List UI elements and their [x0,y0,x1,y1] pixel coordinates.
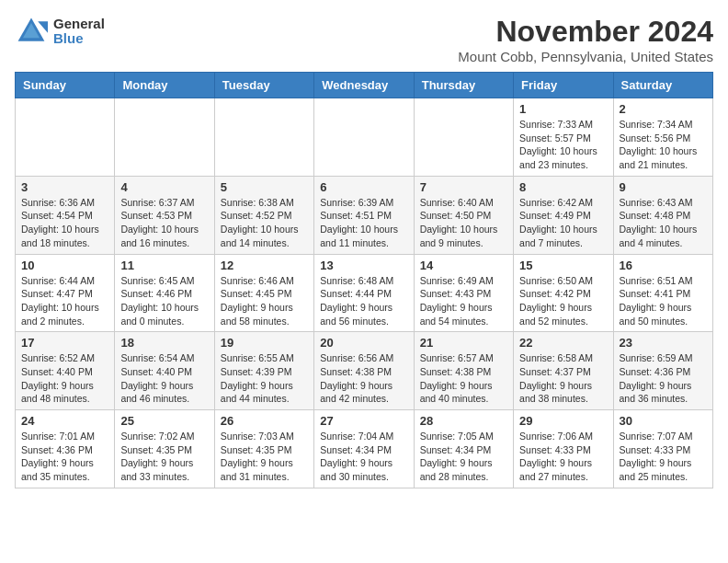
page-header: General Blue November 2024 Mount Cobb, P… [15,15,713,64]
day-number: 11 [120,259,208,272]
calendar-cell [115,98,214,177]
day-info: Sunrise: 7:02 AM Sunset: 4:35 PM Dayligh… [120,430,208,484]
logo: General Blue [15,15,105,48]
calendar-cell: 19Sunrise: 6:55 AM Sunset: 4:39 PM Dayli… [214,332,313,410]
calendar-week-4: 24Sunrise: 7:01 AM Sunset: 4:36 PM Dayli… [16,410,713,488]
day-number: 13 [320,259,407,272]
day-number: 22 [519,336,607,350]
day-info: Sunrise: 7:04 AM Sunset: 4:34 PM Dayligh… [320,430,407,484]
day-number: 9 [620,180,707,194]
calendar-cell: 25Sunrise: 7:02 AM Sunset: 4:35 PM Dayli… [115,410,214,488]
day-number: 14 [420,259,507,272]
day-number: 28 [420,414,507,428]
calendar-cell: 23Sunrise: 6:59 AM Sunset: 4:36 PM Dayli… [613,332,712,410]
calendar-cell: 28Sunrise: 7:05 AM Sunset: 4:34 PM Dayli… [414,410,513,488]
calendar-cell [314,98,414,177]
day-info: Sunrise: 6:38 AM Sunset: 4:52 PM Dayligh… [221,196,308,250]
day-info: Sunrise: 6:48 AM Sunset: 4:44 PM Dayligh… [320,274,407,328]
calendar: SundayMondayTuesdayWednesdayThursdayFrid… [15,72,713,488]
day-number: 20 [320,336,407,350]
day-info: Sunrise: 6:40 AM Sunset: 4:50 PM Dayligh… [420,196,507,250]
day-info: Sunrise: 6:57 AM Sunset: 4:38 PM Dayligh… [420,351,507,406]
calendar-cell: 11Sunrise: 6:45 AM Sunset: 4:46 PM Dayli… [115,254,214,332]
day-number: 7 [420,180,507,194]
calendar-body: 1Sunrise: 7:33 AM Sunset: 5:57 PM Daylig… [16,98,713,488]
calendar-cell: 10Sunrise: 6:44 AM Sunset: 4:47 PM Dayli… [16,254,115,332]
weekday-header-saturday: Saturday [613,73,712,98]
day-number: 15 [519,259,607,272]
day-number: 5 [221,180,308,194]
day-info: Sunrise: 7:05 AM Sunset: 4:34 PM Dayligh… [420,430,507,484]
day-info: Sunrise: 7:03 AM Sunset: 4:35 PM Dayligh… [221,430,308,484]
weekday-header-wednesday: Wednesday [314,73,414,98]
calendar-cell: 22Sunrise: 6:58 AM Sunset: 4:37 PM Dayli… [514,332,613,410]
day-number: 18 [120,336,208,350]
calendar-cell: 5Sunrise: 6:38 AM Sunset: 4:52 PM Daylig… [214,176,313,254]
day-info: Sunrise: 6:56 AM Sunset: 4:38 PM Dayligh… [320,351,407,406]
weekday-header-tuesday: Tuesday [214,73,313,98]
day-info: Sunrise: 6:37 AM Sunset: 4:53 PM Dayligh… [120,196,208,250]
day-info: Sunrise: 6:54 AM Sunset: 4:40 PM Dayligh… [120,351,208,406]
day-number: 27 [320,414,407,428]
calendar-header: SundayMondayTuesdayWednesdayThursdayFrid… [16,73,713,98]
calendar-week-2: 10Sunrise: 6:44 AM Sunset: 4:47 PM Dayli… [16,254,713,332]
calendar-cell [214,98,313,177]
calendar-cell: 26Sunrise: 7:03 AM Sunset: 4:35 PM Dayli… [214,410,313,488]
day-number: 10 [21,259,108,272]
calendar-cell: 6Sunrise: 6:39 AM Sunset: 4:51 PM Daylig… [314,176,414,254]
day-number: 4 [120,180,208,194]
day-info: Sunrise: 6:52 AM Sunset: 4:40 PM Dayligh… [21,351,108,406]
calendar-cell: 2Sunrise: 7:34 AM Sunset: 5:56 PM Daylig… [613,98,712,177]
day-info: Sunrise: 6:49 AM Sunset: 4:43 PM Dayligh… [420,274,507,328]
logo-general: General [53,17,105,32]
calendar-cell: 20Sunrise: 6:56 AM Sunset: 4:38 PM Dayli… [314,332,414,410]
day-info: Sunrise: 6:51 AM Sunset: 4:41 PM Dayligh… [620,274,707,328]
day-info: Sunrise: 7:01 AM Sunset: 4:36 PM Dayligh… [21,430,108,484]
day-number: 17 [21,336,108,350]
day-number: 1 [519,102,607,116]
title-area: November 2024 Mount Cobb, Pennsylvania, … [458,15,713,64]
calendar-week-1: 3Sunrise: 6:36 AM Sunset: 4:54 PM Daylig… [16,176,713,254]
calendar-cell: 21Sunrise: 6:57 AM Sunset: 4:38 PM Dayli… [414,332,513,410]
day-info: Sunrise: 6:58 AM Sunset: 4:37 PM Dayligh… [519,351,607,406]
day-number: 2 [620,102,707,116]
day-number: 25 [120,414,208,428]
location: Mount Cobb, Pennsylvania, United States [458,49,713,64]
day-info: Sunrise: 7:33 AM Sunset: 5:57 PM Dayligh… [519,118,607,172]
weekday-header-friday: Friday [514,73,613,98]
day-info: Sunrise: 6:59 AM Sunset: 4:36 PM Dayligh… [620,351,707,406]
calendar-cell: 15Sunrise: 6:50 AM Sunset: 4:42 PM Dayli… [514,254,613,332]
day-number: 3 [21,180,108,194]
calendar-cell: 4Sunrise: 6:37 AM Sunset: 4:53 PM Daylig… [115,176,214,254]
calendar-cell: 17Sunrise: 6:52 AM Sunset: 4:40 PM Dayli… [16,332,115,410]
day-info: Sunrise: 6:46 AM Sunset: 4:45 PM Dayligh… [221,274,308,328]
day-number: 24 [21,414,108,428]
logo-blue: Blue [53,31,105,47]
day-info: Sunrise: 6:55 AM Sunset: 4:39 PM Dayligh… [221,351,308,406]
calendar-cell: 9Sunrise: 6:43 AM Sunset: 4:48 PM Daylig… [613,176,712,254]
weekday-header-sunday: Sunday [16,73,115,98]
calendar-cell: 13Sunrise: 6:48 AM Sunset: 4:44 PM Dayli… [314,254,414,332]
day-info: Sunrise: 7:34 AM Sunset: 5:56 PM Dayligh… [620,118,707,172]
day-info: Sunrise: 6:45 AM Sunset: 4:46 PM Dayligh… [120,274,208,328]
calendar-cell: 24Sunrise: 7:01 AM Sunset: 4:36 PM Dayli… [16,410,115,488]
weekday-row: SundayMondayTuesdayWednesdayThursdayFrid… [16,73,713,98]
calendar-cell: 16Sunrise: 6:51 AM Sunset: 4:41 PM Dayli… [613,254,712,332]
day-number: 16 [620,259,707,272]
day-number: 30 [620,414,707,428]
weekday-header-monday: Monday [115,73,214,98]
calendar-cell: 27Sunrise: 7:04 AM Sunset: 4:34 PM Dayli… [314,410,414,488]
day-info: Sunrise: 6:43 AM Sunset: 4:48 PM Dayligh… [620,196,707,250]
day-number: 12 [221,259,308,272]
logo-text: General Blue [53,17,105,47]
day-info: Sunrise: 6:39 AM Sunset: 4:51 PM Dayligh… [320,196,407,250]
svg-marker-2 [38,21,48,33]
calendar-cell [414,98,513,177]
day-info: Sunrise: 7:06 AM Sunset: 4:33 PM Dayligh… [519,430,607,484]
month-title: November 2024 [458,15,713,49]
day-number: 29 [519,414,607,428]
day-number: 8 [519,180,607,194]
day-number: 26 [221,414,308,428]
day-number: 6 [320,180,407,194]
calendar-cell: 1Sunrise: 7:33 AM Sunset: 5:57 PM Daylig… [514,98,613,177]
